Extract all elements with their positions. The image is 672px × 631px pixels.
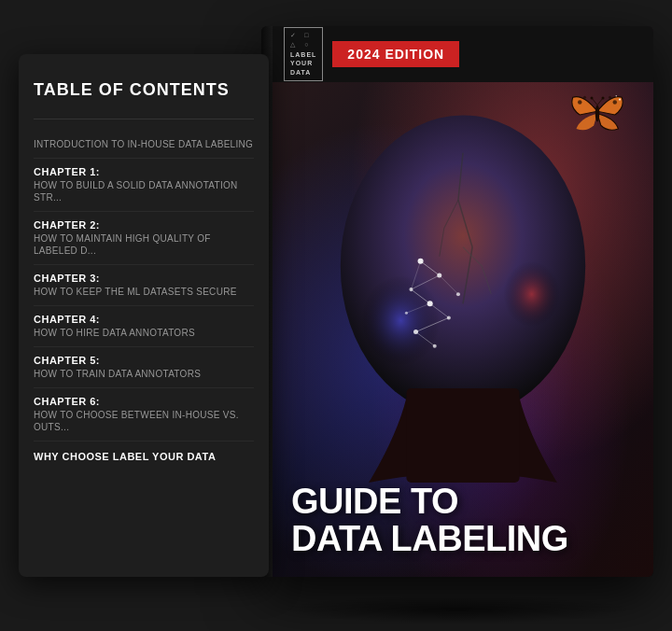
toc-ch5-item[interactable]: CHAPTER 5: HOW TO TRAIN DATA ANNOTATORS	[34, 347, 254, 388]
toc-why-label[interactable]: WHY CHOOSE LABEL YOUR DATA	[34, 442, 254, 466]
book-title: GUIDE TO DATA LABELING	[291, 484, 638, 558]
svg-point-28	[595, 105, 600, 122]
svg-point-3	[458, 229, 571, 360]
toc-intro-item[interactable]: INTRODUCTION TO IN-HOUSE DATA LABELING	[34, 131, 254, 159]
circle-icon: ○	[304, 41, 316, 49]
logo-icons: ✓ □ △ ○	[290, 32, 316, 49]
svg-rect-1	[406, 388, 519, 483]
toc-ch4-desc: HOW TO HIRE DATA ANNOTATORS	[34, 327, 254, 339]
toc-ch3-item[interactable]: CHAPTER 3: HOW TO KEEP THE ML DATASETS S…	[34, 265, 254, 306]
triangle-icon: △	[290, 41, 302, 49]
toc-ch1-label: CHAPTER 1:	[34, 166, 254, 177]
book-shadow	[280, 596, 635, 624]
book-title-line1: GUIDE TO	[291, 484, 638, 521]
edition-badge: 2024 EDITION	[332, 41, 459, 67]
book-cover: ✓ □ △ ○ LABEL YOUR DATA 2024 EDITION	[261, 26, 653, 577]
logo-text: LABEL YOUR DATA	[290, 50, 316, 76]
toc-ch6-desc: HOW TO CHOOSE BETWEEN IN-HOUSE VS. OUTS.…	[34, 409, 254, 433]
toc-ch5-label: CHAPTER 5:	[34, 355, 254, 366]
svg-point-32	[602, 97, 605, 100]
logo-box: ✓ □ △ ○ LABEL YOUR DATA	[284, 27, 323, 80]
svg-point-27	[616, 95, 618, 97]
svg-point-26	[619, 98, 621, 100]
toc-ch1-item[interactable]: CHAPTER 1: HOW TO BUILD A SOLID DATA ANN…	[34, 159, 254, 212]
svg-point-22	[613, 100, 618, 105]
scene: TABLE OF CONTENTS INTRODUCTION TO IN-HOU…	[19, 26, 653, 605]
toc-ch4-item[interactable]: CHAPTER 4: HOW TO HIRE DATA ANNOTATORS	[34, 306, 254, 347]
toc-ch3-label: CHAPTER 3:	[34, 273, 254, 284]
toc-ch2-label: CHAPTER 2:	[34, 219, 254, 231]
svg-point-25	[583, 96, 586, 99]
toc-ch1-desc: HOW TO BUILD A SOLID DATA ANNOTATION STR…	[34, 179, 254, 203]
svg-point-23	[609, 96, 611, 99]
toc-ch3-desc: HOW TO KEEP THE ML DATASETS SECURE	[34, 286, 254, 298]
toc-intro-desc: INTRODUCTION TO IN-HOUSE DATA LABELING	[34, 138, 254, 150]
check-icon: ✓	[290, 32, 302, 39]
book-title-line2: DATA LABELING	[291, 521, 638, 558]
butterfly-decoration	[569, 87, 625, 133]
square-icon: □	[304, 32, 316, 39]
svg-point-24	[578, 100, 582, 105]
book-header: ✓ □ △ ○ LABEL YOUR DATA 2024 EDITION	[273, 26, 653, 82]
toc-ch2-desc: HOW TO MAINTAIN HIGH QUALITY OF LABELED …	[34, 232, 254, 257]
toc-ch2-item[interactable]: CHAPTER 2: HOW TO MAINTAIN HIGH QUALITY …	[34, 212, 254, 265]
svg-point-30	[591, 97, 594, 100]
toc-ch6-item[interactable]: CHAPTER 6: HOW TO CHOOSE BETWEEN IN-HOUS…	[34, 388, 254, 442]
toc-divider	[34, 119, 254, 119]
toc-heading: TABLE OF CONTENTS	[34, 80, 254, 100]
toc-ch5-desc: HOW TO TRAIN DATA ANNOTATORS	[34, 368, 254, 380]
toc-ch6-label: CHAPTER 6:	[34, 396, 254, 407]
toc-ch4-label: CHAPTER 4:	[34, 314, 254, 325]
toc-panel: TABLE OF CONTENTS INTRODUCTION TO IN-HOU…	[19, 54, 269, 577]
